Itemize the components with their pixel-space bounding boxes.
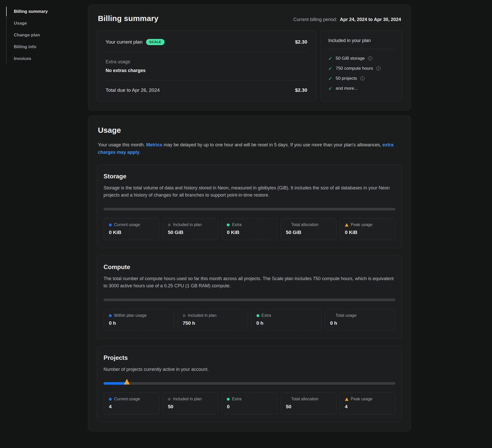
projects-progress-bar [104,382,395,385]
info-icon[interactable]: ⓘ [368,56,372,61]
stat-value: 4 [345,404,390,410]
extra-usage-label: Extra usage [106,59,307,65]
plan-feature-and-more: ✓ and more... [328,86,394,91]
divider [106,80,307,80]
stat-value: 0 h [109,320,169,326]
check-icon: ✓ [328,66,332,71]
stat-tile-within-plan-usage: Within plan usage 0 h [104,309,174,331]
stat-tile-current-usage: Current usage 4 [104,392,159,414]
compute-stats: Within plan usage 0 h Included in plan 7… [104,309,395,331]
stat-tile-included-in-plan: Included in plan 50 [162,392,218,414]
usage-title: Usage [98,126,401,135]
info-icon[interactable]: ⓘ [360,76,365,81]
stat-tile-included-in-plan: Included in plan 750 h [177,309,248,331]
included-in-plan-card: Included in your plan ✓ 50 GiB storage ⓘ… [320,30,402,101]
plan-feature-storage: ✓ 50 GiB storage ⓘ [328,56,394,61]
compute-progress-bar [104,299,395,301]
usage-intro-text: may be delayed by up to one hour and wil… [162,142,383,147]
billing-summary-cards: Your current plan SCALE $2.30 Extra usag… [97,30,402,101]
green-dot-icon [227,398,230,401]
gray-dot-icon [183,314,186,317]
usage-panel: Usage Your usage this month. Metrics may… [88,115,411,431]
gray-dot-icon [168,398,171,401]
page-title: Billing summary [98,14,158,23]
stat-label: Within plan usage [114,313,147,318]
projects-progress-fill [104,382,127,385]
stat-label: Peak usage [351,222,373,227]
stat-label: Total allocation [291,397,319,401]
stat-label: Current usage [114,397,140,401]
stat-tile-extra: Extra 0 [221,392,277,414]
stat-value: 50 GiB [286,230,331,235]
blue-dot-icon [109,398,112,401]
usage-intro: Your usage this month. Metrics may be de… [98,141,401,156]
stat-value: 0 KiB [109,230,154,235]
storage-card: Storage Storage is the total volume of d… [97,164,402,248]
sidebar-item-invoices[interactable]: Invoices [7,53,48,65]
billing-period-label: Current billing period: [293,17,337,22]
stat-tile-included-in-plan: Included in plan 50 GiB [162,218,218,240]
billing-summary-header: Billing summary Current billing period: … [97,14,402,23]
stat-tile-total-usage: Total usage 0 h [325,309,395,331]
stat-tile-total-allocation: Total allocation 50 [281,392,336,414]
extra-usage-value: No extras charges [106,68,307,73]
check-icon: ✓ [328,56,332,61]
projects-stats: Current usage 4 Included in plan 50 Extr… [104,392,395,414]
blue-dot-icon [109,223,112,226]
plan-feature-compute-hours: ✓ 750 compute hours ⓘ [328,66,394,71]
stat-value: 0 KiB [227,230,272,235]
stat-tile-extra: Extra 0 h [251,309,322,331]
stat-label: Peak usage [351,397,373,401]
metrics-link[interactable]: Metrics [146,142,162,147]
green-dot-icon [257,314,259,317]
billing-period: Current billing period: Apr 24, 2024 to … [293,17,401,22]
stat-value: 0 KiB [345,230,390,235]
stat-tile-total-allocation: Total allocation 50 GiB [281,218,336,240]
total-due-label: Total due to Apr 26, 2024 [106,87,160,93]
stat-tile-current-usage: Current usage 0 KiB [104,218,159,240]
billing-sidebar: Billing summary Usage Change plan Billin… [6,6,48,65]
stat-value: 50 [286,404,331,410]
sidebar-item-change-plan[interactable]: Change plan [7,29,48,41]
blue-dot-icon [109,314,112,317]
stat-label: Included in plan [173,222,202,227]
storage-stats: Current usage 0 KiB Included in plan 50 … [104,218,395,240]
projects-card: Projects Number of projects currently ac… [97,346,402,422]
stat-label: Extra [262,313,271,318]
stat-tile-peak-usage: Peak usage 0 KiB [340,218,395,240]
sidebar-item-billing-info[interactable]: Billing info [7,41,48,53]
stat-label: Included in plan [188,313,217,318]
compute-card: Compute The total number of compute hour… [97,255,402,339]
usage-intro-text: Your usage this month. [98,142,146,147]
compute-title: Compute [104,263,395,271]
stat-label: Extra [232,222,241,227]
sidebar-item-billing-summary[interactable]: Billing summary [7,6,48,17]
plan-feature-label: and more... [336,86,358,91]
projects-description: Number of projects currently active in y… [104,366,395,373]
main-content: Billing summary Current billing period: … [88,5,411,436]
plan-badge: SCALE [146,39,165,45]
plan-feature-label: 750 compute hours [336,66,373,71]
billing-summary-panel: Billing summary Current billing period: … [88,5,411,110]
plan-feature-label: 50 GiB storage [336,56,365,61]
stat-value: 0 h [330,320,390,326]
stat-label: Included in plan [173,397,202,401]
billing-period-value: Apr 24, 2024 to Apr 30, 2024 [340,17,401,22]
plan-summary-card: Your current plan SCALE $2.30 Extra usag… [97,30,316,101]
sidebar-item-usage[interactable]: Usage [7,17,48,29]
storage-progress-bar [104,208,395,210]
stat-value: 750 h [183,320,243,326]
included-in-plan-title: Included in your plan [328,38,394,43]
stat-value: 50 [168,404,213,410]
stat-label: Total allocation [291,222,319,227]
peak-triangle-icon [345,223,348,227]
peak-triangle-icon [345,398,348,401]
info-icon[interactable]: ⓘ [376,66,381,71]
stat-label: Total usage [335,313,356,318]
plan-amount: $2.30 [295,39,307,45]
current-plan-row: Your current plan SCALE $2.30 [106,39,307,45]
compute-description: The total number of compute hours used s… [104,275,395,289]
plan-feature-projects: ✓ 50 projects ⓘ [328,76,394,81]
green-dot-icon [227,223,230,226]
stat-tile-peak-usage: Peak usage 4 [340,392,395,414]
